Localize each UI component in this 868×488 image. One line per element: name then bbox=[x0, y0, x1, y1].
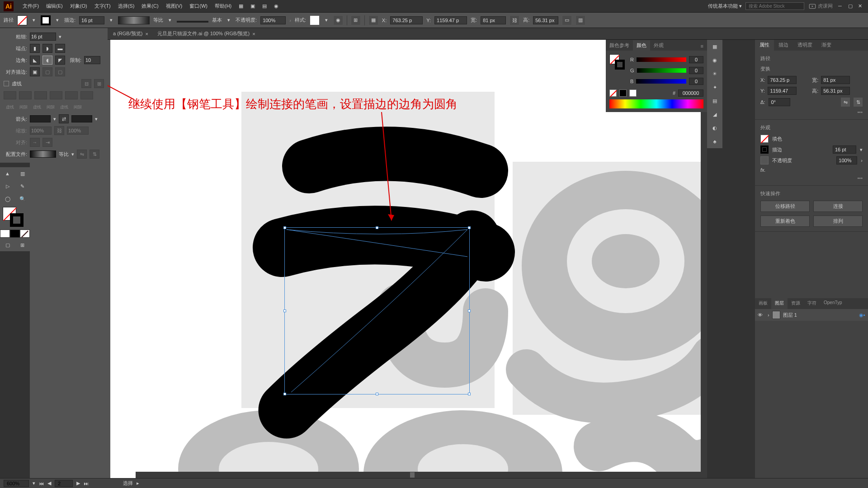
color-mode-solid[interactable] bbox=[0, 230, 10, 238]
search-input[interactable] bbox=[745, 2, 804, 10]
dashed-checkbox[interactable] bbox=[4, 81, 9, 86]
flip-h-icon[interactable]: ⇋ bbox=[841, 98, 850, 107]
assets-tab[interactable]: 资源 bbox=[788, 298, 804, 309]
bridge-icon[interactable]: ▦ bbox=[236, 1, 246, 11]
weight-dd[interactable]: ▾ bbox=[59, 34, 61, 40]
visibility-icon[interactable]: 👁 bbox=[758, 312, 765, 318]
doc-setup-icon[interactable]: ▤ bbox=[259, 1, 269, 11]
color-tab[interactable]: 颜色 bbox=[633, 40, 650, 51]
color-mode-none[interactable] bbox=[20, 230, 30, 238]
menu-effect[interactable]: 效果(C) bbox=[138, 3, 162, 9]
stroke-tab[interactable]: 描边 bbox=[774, 40, 793, 51]
align-center-icon[interactable]: ▣ bbox=[30, 67, 40, 76]
g-input[interactable] bbox=[689, 67, 703, 74]
nav-last-icon[interactable]: ⏭ bbox=[84, 481, 89, 486]
char-tab[interactable]: 字符 bbox=[804, 298, 820, 309]
nav-next-icon[interactable]: ▶ bbox=[76, 480, 80, 486]
appearance-more[interactable]: ••• bbox=[760, 175, 863, 181]
x-input[interactable] bbox=[390, 16, 423, 24]
swap-arrows-icon[interactable]: ⇄ bbox=[59, 114, 69, 123]
w-input[interactable] bbox=[481, 16, 506, 24]
arrow-start[interactable] bbox=[30, 115, 51, 122]
arrange-icon[interactable]: ▣ bbox=[248, 1, 258, 11]
profile-dd[interactable]: ▾ bbox=[167, 17, 173, 23]
offset-path-button[interactable]: 位移路径 bbox=[760, 201, 810, 212]
selection-tool-icon[interactable]: ▲ bbox=[0, 167, 15, 180]
panel-menu-icon[interactable]: ≡ bbox=[697, 42, 707, 51]
isolate-icon[interactable]: ▥ bbox=[576, 15, 585, 25]
prop-h-input[interactable] bbox=[821, 87, 850, 95]
fill-dropdown[interactable]: ▾ bbox=[31, 17, 37, 23]
transform-icon[interactable]: ▦ bbox=[368, 15, 378, 25]
lasso-tool-icon[interactable]: ◯ bbox=[0, 192, 15, 205]
appearance-tab[interactable]: 外观 bbox=[650, 40, 667, 51]
g-slider[interactable] bbox=[637, 68, 686, 73]
prop-stroke-weight[interactable] bbox=[833, 145, 856, 154]
menu-object[interactable]: 对象(O) bbox=[66, 3, 91, 9]
recolor-button[interactable]: 重新着色 bbox=[760, 216, 810, 227]
brush-dd[interactable]: ▾ bbox=[226, 17, 232, 23]
fill-swatch[interactable] bbox=[17, 15, 27, 25]
corner-round-icon[interactable]: ◖ bbox=[42, 56, 52, 65]
tab-1-close-icon[interactable]: × bbox=[145, 31, 148, 37]
stroke-swatch[interactable] bbox=[41, 15, 51, 25]
cap-square-icon[interactable]: ▬ bbox=[55, 44, 65, 53]
profile-swatch[interactable] bbox=[30, 150, 56, 158]
brush-preview[interactable] bbox=[177, 21, 208, 23]
properties-icon[interactable]: ▦ bbox=[707, 40, 722, 53]
direct-select-icon[interactable]: ▷ bbox=[0, 180, 15, 192]
zoom-input[interactable] bbox=[4, 480, 29, 487]
stroke-weight-input[interactable] bbox=[79, 16, 104, 24]
corner-bevel-icon[interactable]: ◤ bbox=[55, 56, 65, 65]
color-mode-toggle[interactable] bbox=[0, 230, 30, 239]
black-swatch[interactable] bbox=[619, 89, 627, 97]
opentype-tab[interactable]: OpenTyp bbox=[820, 298, 846, 309]
prop-y-input[interactable] bbox=[768, 87, 797, 95]
appearance-icon[interactable]: ◐ bbox=[707, 121, 722, 135]
selection-indicator[interactable]: ◉▪ bbox=[859, 312, 865, 318]
menu-select[interactable]: 选择(S) bbox=[114, 3, 138, 9]
chart-tool-icon[interactable]: ▥ bbox=[15, 167, 30, 180]
brushes-icon[interactable]: ☀ bbox=[707, 67, 722, 80]
style-swatch[interactable] bbox=[310, 15, 320, 25]
cap-butt-icon[interactable]: ▮ bbox=[30, 44, 40, 53]
prop-x-input[interactable] bbox=[768, 76, 797, 84]
arrange-button[interactable]: 排列 bbox=[813, 216, 863, 227]
magnify-tool-icon[interactable]: 🔍 bbox=[15, 192, 30, 205]
nav-prev-icon[interactable]: ◀ bbox=[47, 480, 51, 486]
cap-round-icon[interactable]: ◗ bbox=[42, 44, 52, 53]
workspace-switcher[interactable]: 传统基本功能 ▾ bbox=[704, 3, 745, 9]
stroke-box[interactable] bbox=[10, 213, 24, 227]
tab-1[interactable]: a (RGB/预览)× bbox=[108, 28, 153, 39]
none-swatch[interactable] bbox=[609, 89, 617, 97]
prop-opacity-input[interactable] bbox=[836, 156, 857, 164]
b-input[interactable] bbox=[689, 78, 703, 85]
opacity-input[interactable] bbox=[260, 16, 286, 24]
spectrum-picker[interactable] bbox=[609, 99, 703, 108]
screen-mode-icon[interactable]: ▢ bbox=[0, 239, 15, 251]
selection-box[interactable] bbox=[284, 227, 470, 394]
artboard-input[interactable] bbox=[55, 480, 73, 487]
props-tab[interactable]: 属性 bbox=[755, 40, 774, 51]
gradient-icon[interactable]: ◢ bbox=[707, 108, 722, 121]
menu-help[interactable]: 帮助(H) bbox=[211, 3, 235, 9]
stroke-dropdown[interactable]: ▾ bbox=[54, 17, 61, 23]
close-icon[interactable]: ✕ bbox=[858, 3, 864, 9]
stroke-profile[interactable] bbox=[118, 16, 150, 24]
artboards-tab[interactable]: 画板 bbox=[755, 298, 771, 309]
prop-w-input[interactable] bbox=[821, 76, 850, 84]
maximize-icon[interactable]: ▢ bbox=[848, 3, 854, 9]
minimize-icon[interactable]: ─ bbox=[838, 3, 844, 9]
arrow-end[interactable] bbox=[71, 115, 92, 122]
layers-tab[interactable]: 图层 bbox=[771, 298, 788, 309]
corner-miter-icon[interactable]: ◣ bbox=[30, 56, 40, 65]
link-wh-icon[interactable]: ⛓ bbox=[509, 15, 519, 25]
horizontal-scrollbar[interactable] bbox=[136, 472, 707, 478]
transform-more[interactable]: ••• bbox=[760, 109, 863, 115]
miter-input[interactable] bbox=[84, 56, 100, 64]
transparency-tab[interactable]: 透明度 bbox=[793, 40, 817, 51]
prop-stroke-swatch[interactable] bbox=[760, 145, 769, 154]
expand-icon[interactable]: › bbox=[768, 312, 769, 318]
hex-input[interactable] bbox=[678, 89, 703, 97]
r-input[interactable] bbox=[689, 56, 703, 63]
